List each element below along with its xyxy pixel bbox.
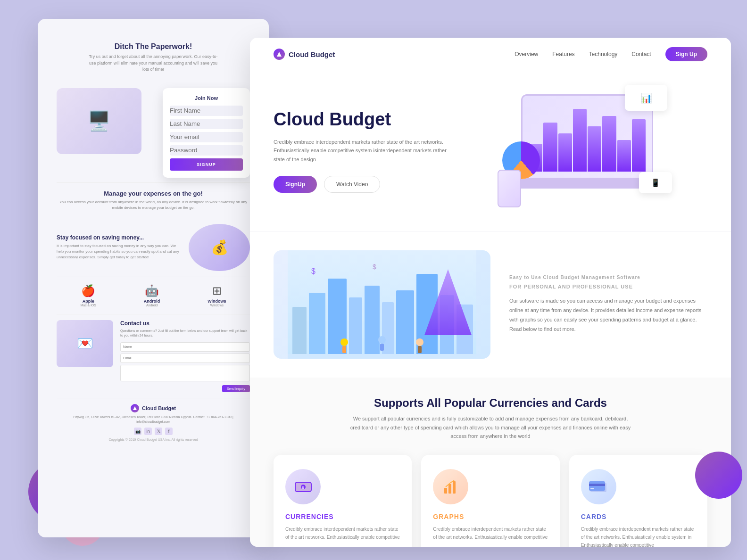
hero-text: Cloud Budget Credibly embrace interdepen… bbox=[274, 109, 453, 193]
social-links: 📷 in 𝕏 f bbox=[57, 428, 250, 435]
hero-watch-video-button[interactable]: Watch Video bbox=[324, 176, 380, 193]
windows-sub: Windows bbox=[208, 304, 226, 307]
apple-sub: Mac & iOS bbox=[80, 304, 96, 307]
platform-windows: ⊞ Windows Windows bbox=[208, 284, 226, 307]
apple-icon: 🍎 bbox=[80, 284, 96, 297]
svg-rect-28 bbox=[448, 484, 451, 494]
focused-text: Stay focused on saving money... It is im… bbox=[57, 234, 182, 260]
nav-overview[interactable]: Overview bbox=[515, 51, 538, 58]
currencies-desc: We support all popular currencies and is… bbox=[349, 414, 632, 441]
svg-rect-18 bbox=[342, 346, 346, 353]
currencies-section: Supports All Popular Currencies and Card… bbox=[250, 378, 731, 547]
svg-rect-9 bbox=[396, 290, 414, 359]
chart-bar-6 bbox=[602, 116, 616, 172]
linkedin-icon[interactable]: in bbox=[144, 428, 152, 435]
left-hero-illustration bbox=[57, 88, 141, 154]
features-tag: Easy to Use Cloud Budget Management Soft… bbox=[509, 275, 707, 280]
svg-text:$: $ bbox=[373, 263, 376, 271]
facebook-icon[interactable]: f bbox=[165, 428, 173, 435]
navigation: Cloud Budget Overview Features Technolog… bbox=[250, 38, 731, 71]
cards-card-title: CARDS bbox=[581, 513, 696, 520]
footer-address: Paywig Ltd, Olive Towers #1-B2, Jacobsen… bbox=[57, 415, 250, 425]
svg-rect-4 bbox=[309, 293, 325, 359]
lastname-field[interactable] bbox=[170, 119, 243, 129]
left-illustration-area: Join Now SIGNUP bbox=[57, 88, 250, 178]
right-panel: Cloud Budget Overview Features Technolog… bbox=[250, 38, 731, 547]
currencies-icon-wrap: $ bbox=[285, 469, 321, 504]
nav-logo-icon bbox=[274, 49, 285, 60]
contact-message-input[interactable] bbox=[120, 365, 250, 381]
nav-contact[interactable]: Contact bbox=[631, 51, 651, 58]
currencies-title: Supports All Popular Currencies and Card… bbox=[274, 396, 707, 410]
left-panel: Ditch The Paperwork! Try us out and forg… bbox=[38, 19, 269, 537]
graphs-card: GRAPHS Credibly embrace interdependent m… bbox=[421, 455, 559, 547]
cards-card-desc: Credibly embrace interdependent markets … bbox=[581, 525, 696, 547]
bg-circle-right bbox=[695, 452, 742, 499]
manage-section: Manage your expenses on the go! You can … bbox=[57, 182, 250, 218]
nav-signup-button[interactable]: Sign Up bbox=[665, 47, 707, 61]
svg-rect-33 bbox=[590, 488, 594, 489]
nav-brand: Cloud Budget bbox=[274, 49, 335, 60]
nav-features[interactable]: Features bbox=[552, 51, 574, 58]
windows-icon: ⊞ bbox=[208, 284, 226, 297]
join-card-title: Join Now bbox=[170, 95, 243, 101]
currencies-card: $ CURRENCIES Credibly embrace interdepen… bbox=[274, 455, 412, 547]
left-hero-sub: Try us out and forget about all the anno… bbox=[87, 54, 219, 73]
footer-brand: Cloud Budget bbox=[57, 404, 250, 412]
send-inquiry-button[interactable]: Send Inquiry bbox=[222, 385, 250, 392]
laptop-illustration: 📊 📱 bbox=[498, 85, 677, 217]
svg-rect-20 bbox=[380, 344, 384, 351]
left-hero-title: Ditch The Paperwork! bbox=[57, 42, 250, 51]
floating-card-2: 📱 bbox=[639, 172, 672, 193]
chart-bar-3 bbox=[558, 133, 572, 172]
password-field[interactable] bbox=[170, 145, 243, 156]
email-field[interactable] bbox=[170, 132, 243, 142]
svg-rect-3 bbox=[292, 307, 307, 359]
svg-rect-29 bbox=[453, 481, 456, 494]
chart-bar-4 bbox=[573, 109, 587, 172]
graphs-card-title: GRAPHS bbox=[433, 513, 548, 520]
chart-bar-2 bbox=[543, 123, 557, 172]
contact-illustration: 💌 bbox=[57, 320, 113, 367]
manage-sub: You can access your account from anywher… bbox=[57, 199, 250, 211]
cards-icon bbox=[589, 480, 608, 494]
signup-button[interactable]: SIGNUP bbox=[170, 158, 243, 171]
currencies-icon: $ bbox=[295, 480, 312, 494]
footer-logo bbox=[131, 404, 139, 412]
hero-section: Cloud Budget Credibly embrace interdepen… bbox=[250, 71, 731, 231]
svg-marker-1 bbox=[277, 52, 282, 57]
android-sub: Android bbox=[144, 304, 160, 307]
chart-bar-7 bbox=[617, 140, 631, 172]
chart-bar-5 bbox=[588, 126, 601, 172]
currencies-header: Supports All Popular Currencies and Card… bbox=[274, 396, 707, 441]
graphs-icon bbox=[442, 478, 459, 495]
android-name: Android bbox=[144, 299, 160, 304]
twitter-icon[interactable]: 𝕏 bbox=[155, 428, 162, 435]
contact-email-input[interactable] bbox=[120, 354, 250, 363]
nav-technology[interactable]: Technology bbox=[589, 51, 618, 58]
svg-point-19 bbox=[378, 336, 386, 344]
focused-sub: It is important to stay focused on savin… bbox=[57, 243, 182, 260]
graphs-icon-wrap bbox=[433, 469, 468, 504]
focused-section: Stay focused on saving money... It is im… bbox=[57, 218, 250, 277]
focused-title: Stay focused on saving money... bbox=[57, 234, 182, 241]
features-desc: Our software is made so you can access a… bbox=[509, 296, 707, 334]
city-svg: $ $ bbox=[274, 250, 490, 359]
nav-links: Overview Features Technology Contact Sig… bbox=[515, 47, 707, 61]
features-subtitle: FOR PERSONAL AND PROFESSIONAL USE bbox=[509, 284, 707, 289]
hero-signup-button[interactable]: SignUp bbox=[274, 176, 317, 193]
svg-rect-13 bbox=[288, 354, 476, 359]
svg-rect-32 bbox=[589, 484, 605, 486]
contact-title: Contact us bbox=[120, 320, 250, 327]
windows-name: Windows bbox=[208, 299, 226, 304]
cards-icon-wrap bbox=[581, 469, 616, 504]
svg-point-17 bbox=[340, 338, 348, 346]
platforms-section: 🍎 Apple Mac & iOS 🤖 Android Android ⊞ Wi… bbox=[57, 277, 250, 314]
contact-sub: Questions or comments? Just fill out the… bbox=[120, 329, 250, 338]
contact-name-input[interactable] bbox=[120, 342, 250, 352]
left-hero: Ditch The Paperwork! Try us out and forg… bbox=[57, 33, 250, 83]
platform-apple: 🍎 Apple Mac & iOS bbox=[80, 284, 96, 307]
join-card: Join Now SIGNUP bbox=[163, 88, 250, 178]
firstname-field[interactable] bbox=[170, 106, 243, 116]
instagram-icon[interactable]: 📷 bbox=[134, 428, 141, 435]
